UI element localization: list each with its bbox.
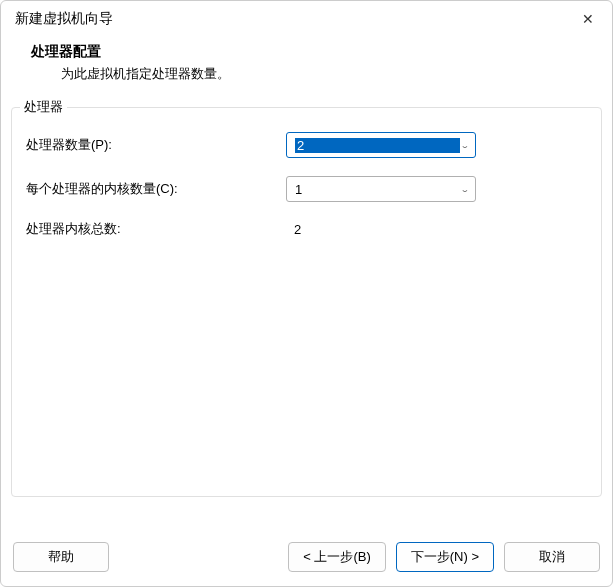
cancel-button[interactable]: 取消	[504, 542, 600, 572]
cancel-button-label: 取消	[539, 548, 565, 566]
total-cores-value: 2	[286, 222, 301, 237]
wizard-header: 处理器配置 为此虚拟机指定处理器数量。	[1, 35, 612, 97]
chevron-down-icon: ⌄	[460, 141, 469, 149]
chevron-down-icon: ⌄	[460, 185, 469, 193]
total-cores-row: 处理器内核总数: 2	[26, 220, 587, 238]
total-cores-label: 处理器内核总数:	[26, 220, 286, 238]
processor-count-label: 处理器数量(P):	[26, 136, 286, 154]
window-title: 新建虚拟机向导	[15, 10, 574, 28]
processor-count-combobox[interactable]: 2 ⌄	[286, 132, 476, 158]
next-button-label: 下一步(N) >	[411, 548, 479, 566]
cores-per-processor-row: 每个处理器的内核数量(C): 1 ⌄	[26, 176, 587, 202]
cores-per-processor-combobox[interactable]: 1 ⌄	[286, 176, 476, 202]
processor-count-row: 处理器数量(P): 2 ⌄	[26, 132, 587, 158]
wizard-content: 处理器 处理器数量(P): 2 ⌄ 每个处理器的内核数量(C): 1 ⌄	[1, 97, 612, 532]
close-icon[interactable]: ✕	[574, 7, 602, 31]
titlebar: 新建虚拟机向导 ✕	[1, 1, 612, 35]
back-button-label: < 上一步(B)	[303, 548, 371, 566]
page-subtitle: 为此虚拟机指定处理器数量。	[31, 65, 592, 83]
help-button[interactable]: 帮助	[13, 542, 109, 572]
groupbox-legend: 处理器	[20, 98, 67, 116]
processor-groupbox: 处理器 处理器数量(P): 2 ⌄ 每个处理器的内核数量(C): 1 ⌄	[11, 107, 602, 497]
next-button[interactable]: 下一步(N) >	[396, 542, 494, 572]
new-vm-wizard-dialog: 新建虚拟机向导 ✕ 处理器配置 为此虚拟机指定处理器数量。 处理器 处理器数量(…	[0, 0, 613, 587]
processor-count-value: 2	[295, 138, 460, 153]
page-title: 处理器配置	[31, 43, 592, 61]
cores-per-processor-label: 每个处理器的内核数量(C):	[26, 180, 286, 198]
back-button[interactable]: < 上一步(B)	[288, 542, 386, 572]
cores-per-processor-value: 1	[295, 182, 460, 197]
help-button-label: 帮助	[48, 548, 74, 566]
wizard-footer: 帮助 < 上一步(B) 下一步(N) > 取消	[1, 532, 612, 586]
